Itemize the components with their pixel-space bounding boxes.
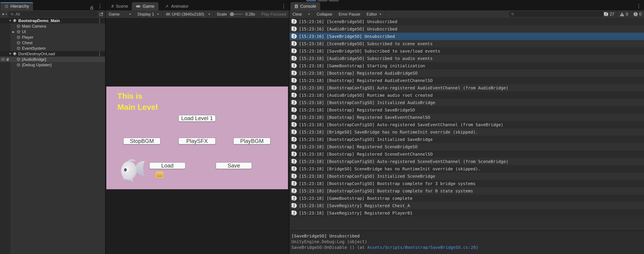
game-menu-kebab-icon[interactable]: ⋮ (281, 3, 286, 8)
console-log-row[interactable]: [15:23:18] [Bootstrap] Registered SceneB… (290, 143, 644, 150)
hierarchy-row-debug-updater[interactable]: [Debug Updater] (0, 62, 105, 68)
log-info-icon (292, 129, 297, 135)
unlock-icon[interactable] (90, 6, 94, 10)
warning-count-badge[interactable]: 0 (617, 10, 630, 18)
info-count-badge[interactable]: 27 (601, 10, 617, 18)
console-log-list: [15:23:16] [SceneBridgeSO] Unsubscribed[… (290, 18, 644, 230)
error-count: 0 (639, 12, 642, 16)
console-log-row[interactable]: [15:23:18] [BridgeSO] SaveBridge has no … (290, 128, 644, 136)
console-log-row[interactable]: [15:23:18] [BootstrapConfigSO] Initializ… (290, 136, 644, 143)
hierarchy-row-dontdestroyonload[interactable]: ▼DontDestroyOnLoad⋮ (0, 51, 105, 57)
console-log-row[interactable]: [15:23:18] [BootstrapConfigSO] Initializ… (290, 99, 644, 106)
console-log-row[interactable]: [15:23:16] [AudioBridgeSO] Unsubscribed (290, 25, 644, 33)
plus-icon: + (2, 11, 5, 17)
hierarchy-row-audiobridge[interactable]: [AudioBridge] (0, 57, 105, 62)
view-mode-dropdown[interactable]: Game ▼ (106, 10, 134, 18)
play-focused-dropdown[interactable]: Play Focused (258, 10, 289, 18)
console-log-row[interactable]: [15:23:18] [GameBootstrap] Bootstrap com… (290, 195, 644, 202)
console-log-row[interactable]: [15:23:18] [AudioBridgeSO] Subscribed to… (290, 55, 644, 62)
scene-options-kebab-icon[interactable]: ⋮ (97, 18, 102, 23)
console-log-row[interactable]: [15:23:18] [BootstrapConfigSO] Auto-regi… (290, 158, 644, 165)
console-menu-kebab-icon[interactable]: ⋮ (636, 3, 641, 8)
console-log-row[interactable]: [15:23:18] [Bootstrap] Registered SaveBr… (290, 106, 644, 114)
open-search-window-icon[interactable] (99, 12, 104, 16)
error-count-badge[interactable]: 0 (630, 10, 644, 18)
hierarchy-row-ui[interactable]: ▶UI (0, 29, 105, 34)
console-log-row[interactable]: [15:23:18] [AudioBridgeSO] Runtime audio… (290, 92, 644, 99)
game-load-level-1-button[interactable]: Load Level 1 (178, 115, 216, 122)
game-play-sfx-button[interactable]: PlaySFX (178, 138, 216, 144)
console-log-row[interactable]: [15:23:16] [SaveBridgeSO] Unsubscribed (290, 33, 644, 40)
tab-hierarchy[interactable]: Hierarchy (0, 2, 33, 10)
console-log-row[interactable]: [15:23:18] [GameBootstrap] Starting init… (290, 62, 644, 69)
tab-console[interactable]: Console (290, 2, 320, 10)
console-log-row[interactable]: [15:23:18] [BootstrapConfigSO] Bootstrap… (290, 180, 644, 187)
log-message: [15:23:18] [SaveRegistry] Registered Che… (299, 203, 410, 208)
tab-game[interactable]: Game (132, 2, 158, 10)
hierarchy-row-main-camera[interactable]: Main Camera (0, 23, 105, 29)
console-log-row[interactable]: [15:23:18] [SaveRegistry] Registered Pla… (290, 209, 644, 217)
tab-scene[interactable]: # Scene (107, 2, 132, 10)
log-info-icon (292, 188, 297, 194)
hierarchy-toolbar: + ▾ All (0, 10, 105, 18)
clear-button[interactable]: Clear ▼ (290, 10, 314, 18)
console-log-row[interactable]: [15:23:18] [BootstrapConfigSO] Auto-regi… (290, 121, 644, 128)
hierarchy-row-player[interactable]: Player (0, 34, 105, 40)
console-log-row[interactable]: [15:23:18] [BridgeSO] SceneBridge has no… (290, 165, 644, 172)
console-log-row[interactable]: [15:23:18] [Bootstrap] Registered AudioB… (290, 69, 644, 77)
hierarchy-menu-kebab-icon[interactable]: ⋮ (98, 3, 102, 8)
console-log-row[interactable]: [15:23:18] [SceneBridgeSO] Subscribed to… (290, 40, 644, 47)
console-search-input[interactable] (509, 11, 604, 17)
hierarchy-row-eventsystem[interactable]: EventSystem (0, 45, 105, 51)
log-info-icon (292, 203, 297, 208)
display-dropdown[interactable]: Display 1 ▼ (134, 10, 163, 18)
scene-options-kebab-icon[interactable]: ⋮ (97, 51, 102, 56)
console-log-row[interactable]: [15:23:18] [Bootstrap] Registered SceneE… (290, 150, 644, 158)
game-save-button[interactable]: Save (216, 162, 252, 169)
foldout-expanded-icon[interactable]: ▼ (9, 52, 12, 56)
search-icon (511, 12, 514, 16)
stacktrace-file-link[interactable]: Assets/Scripts/Bootstrap/SaveBridgeSO.cs… (367, 245, 476, 250)
console-log-row[interactable]: [15:23:18] [BootstrapConfigSO] Initializ… (290, 172, 644, 180)
pickability-hand-icon[interactable] (6, 57, 10, 61)
scene-visibility-eye-icon[interactable] (1, 58, 5, 61)
search-placeholder: All (16, 12, 20, 16)
hierarchy-row-chest[interactable]: Chest (0, 40, 105, 45)
log-message: [15:23:18] [BootstrapConfigSO] Initializ… (299, 174, 435, 179)
dropdown-value: Display 1 (138, 12, 154, 16)
pause-button-partial[interactable] (318, 0, 328, 1)
slider-handle[interactable] (230, 12, 234, 16)
play-button-partial[interactable] (306, 0, 316, 1)
game-play-bgm-button[interactable]: PlayBGM (233, 138, 270, 144)
console-log-row[interactable]: [15:23:18] [Bootstrap] Registered AudioE… (290, 77, 644, 84)
chevron-down-icon: ▼ (129, 13, 131, 15)
hierarchy-item-label: [Debug Updater] (22, 63, 52, 67)
error-pause-button[interactable]: Error Pause (336, 10, 364, 18)
foldout-collapsed-icon[interactable]: ▶ (12, 30, 14, 33)
add-object-button[interactable]: + ▾ (2, 11, 7, 17)
scene-grid-icon: # (111, 4, 114, 9)
editor-dropdown[interactable]: Editor ▼ (364, 10, 385, 18)
console-log-row[interactable]: [15:23:18] [SaveRegistry] Registered Che… (290, 202, 644, 209)
animator-icon (165, 4, 169, 8)
console-log-row[interactable]: [15:23:18] [SaveBridgeSO] Subscribed to … (290, 47, 644, 55)
dropdown-value: Editor (366, 12, 377, 16)
resolution-dropdown[interactable]: 4K UHD (3840x2160) ▼ (163, 10, 214, 18)
foldout-expanded-icon[interactable]: ▼ (9, 19, 12, 22)
game-render-canvas: This is Main Level Load Level 1 StopBGM … (106, 87, 288, 189)
console-log-row[interactable]: [15:23:18] [BootstrapConfigSO] Auto-regi… (290, 84, 644, 92)
console-log-row[interactable]: [15:23:18] [Bootstrap] Registered SaveEv… (290, 114, 644, 121)
scale-slider[interactable] (230, 14, 243, 15)
dropdown-value: Game (109, 12, 120, 16)
tab-animator[interactable]: Animator (161, 2, 192, 10)
game-stop-bgm-button[interactable]: StopBGM (123, 138, 160, 144)
game-load-button[interactable]: Load (149, 162, 186, 169)
collapse-button[interactable]: Collapse (314, 10, 336, 18)
console-log-row[interactable]: [15:23:18] [BootstrapConfigSO] Bootstrap… (290, 187, 644, 195)
step-button-partial[interactable] (329, 0, 339, 1)
hierarchy-list-icon (4, 4, 8, 8)
hierarchy-tabbar: Hierarchy ⋮ (0, 0, 105, 10)
console-log-row[interactable]: [15:23:16] [SceneBridgeSO] Unsubscribed (290, 18, 644, 25)
hierarchy-row-bootstrapdemo-main[interactable]: ▼BootstrapDemo_Main⋮ (0, 18, 105, 23)
hierarchy-search-input[interactable]: All (8, 11, 98, 17)
